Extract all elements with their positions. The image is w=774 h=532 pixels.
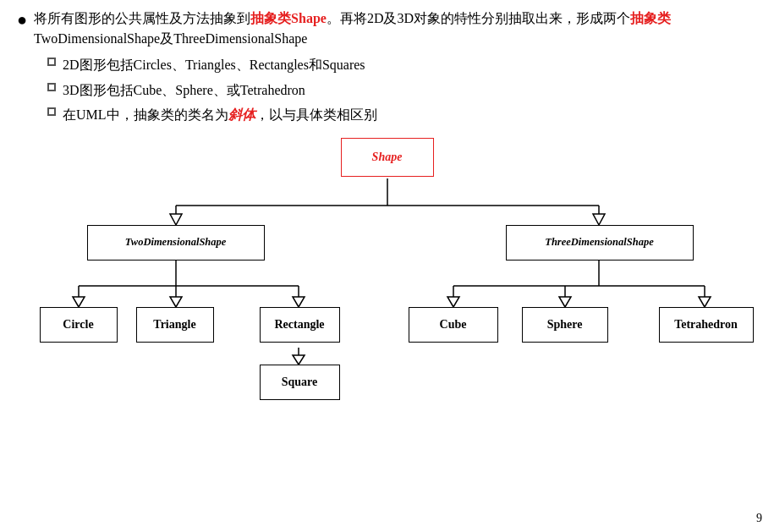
page-number: 9 [756,512,762,525]
shape-class-box: Shape [341,138,434,177]
bullet-dot: ● [17,10,27,30]
triangle-box: Triangle [136,307,214,343]
two-dim-label: TwoDimensionalShape [125,236,227,249]
sub-text-3: 在UML中，抽象类的类名为斜体，以与具体类相区别 [63,104,377,126]
sub-bullet-square-2 [47,83,56,91]
svg-marker-15 [293,355,305,365]
three-dim-label: ThreeDimensionalShape [545,236,654,249]
main-content: ● 将所有图形的公共属性及方法抽象到抽象类Shape。再将2D及3D对象的特性分… [0,0,774,392]
sub-item-2: 3D图形包括Cube、Sphere、或Tetrahedron [47,80,757,101]
sub-bullet-square-3 [47,107,56,116]
three-dim-shape-box: ThreeDimensionalShape [506,225,694,261]
sub-item-3: 在UML中，抽象类的类名为斜体，以与具体类相区别 [47,104,757,126]
cube-box: Cube [409,307,498,343]
svg-marker-21 [447,297,459,307]
main-bullet-text: 将所有图形的公共属性及方法抽象到抽象类Shape。再将2D及3D对象的特性分别抽… [34,8,671,49]
svg-marker-4 [170,214,182,225]
two-dim-shape-box: TwoDimensionalShape [87,225,265,261]
abstract-class-highlight: 抽象类 [630,11,671,25]
sub-bullets: 2D图形包括Circles、Triangles、Rectangles和Squar… [47,54,757,126]
svg-marker-23 [699,297,711,307]
main-bullet: ● 将所有图形的公共属性及方法抽象到抽象类Shape。再将2D及3D对象的特性分… [17,8,757,49]
square-label: Square [282,376,318,389]
svg-marker-22 [559,297,571,307]
sub-item-1: 2D图形包括Circles、Triangles、Rectangles和Squar… [47,54,757,76]
sphere-box: Sphere [522,307,608,343]
rectangle-box: Rectangle [260,307,340,343]
svg-marker-11 [73,297,85,307]
svg-marker-12 [170,297,182,307]
circle-box: Circle [40,307,118,343]
sub-text-1: 2D图形包括Circles、Triangles、Rectangles和Squar… [63,54,365,76]
sub-bullet-square-1 [47,58,56,66]
abstract-shape-highlight: 抽象类Shape [250,11,327,25]
shape-label: Shape [372,151,403,164]
uml-diagram: Shape TwoDimensionalShape ThreeDimension… [19,129,755,383]
tetrahedron-box: Tetrahedron [659,307,754,343]
svg-marker-5 [593,214,605,225]
svg-marker-13 [293,297,305,307]
italic-red-text: 斜体 [228,107,255,122]
square-box: Square [260,365,340,400]
sub-text-2: 3D图形包括Cube、Sphere、或Tetrahedron [63,80,305,101]
